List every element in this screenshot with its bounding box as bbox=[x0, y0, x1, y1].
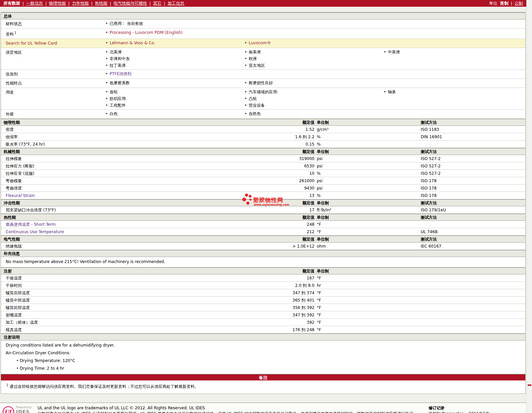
nav-tab-1[interactable]: 所有数据 bbox=[3, 1, 20, 6]
column-header-unit: 单位制 bbox=[314, 268, 418, 274]
property-unit: psi bbox=[314, 177, 418, 184]
property-unit: psi bbox=[314, 185, 418, 192]
bullet-icon: • bbox=[104, 80, 110, 86]
property-row: Flexural Strain13%ISO 178 bbox=[1, 192, 525, 199]
property-label: 螺筒中部温度 bbox=[1, 297, 266, 304]
property-unit: hr bbox=[314, 282, 418, 289]
group-value: 齿轮 bbox=[110, 90, 118, 94]
property-value: 176 到 248 bbox=[266, 326, 314, 333]
group-value: 白色 bbox=[110, 111, 118, 116]
text-row: Drying conditions listed are for a dehum… bbox=[1, 342, 525, 349]
unit-metric-link[interactable]: 公制 bbox=[515, 1, 523, 6]
property-row: 模具温度176 到 248°F bbox=[1, 326, 525, 333]
property-label[interactable]: Continuous Use Temperature bbox=[1, 228, 266, 235]
section-header: 电气性能额定值单位制测试方法 bbox=[1, 236, 525, 243]
property-test-method bbox=[418, 282, 525, 289]
datasheet-sections: 总体材料状态•已商用： 当前有效资料1•Processing - Luvocom… bbox=[1, 12, 525, 374]
group-label: 外观 bbox=[1, 110, 104, 118]
nav-tab-4[interactable]: 力学性能 bbox=[72, 1, 89, 6]
group-row: 用途•齿轮•纺织应用•工程配件•汽车领域的应用:•凸轮•营业设备•轴承 bbox=[1, 88, 525, 110]
property-label[interactable]: 最高使用温度 - Short Term bbox=[1, 221, 266, 228]
section-title: 补充信息 bbox=[1, 250, 525, 257]
separator: | bbox=[511, 1, 512, 6]
bullet-icon: • bbox=[104, 102, 110, 109]
property-value: 1.52 bbox=[266, 126, 314, 133]
nav-tab-2[interactable]: 一般信息 bbox=[26, 1, 43, 6]
nav-tab-8[interactable]: 加工信息 bbox=[168, 1, 184, 6]
property-unit: psi bbox=[314, 155, 418, 162]
property-value: 0.15 bbox=[266, 141, 314, 148]
property-test-method bbox=[418, 311, 525, 318]
property-label: 绝缘电阻 bbox=[1, 243, 266, 250]
column-header-method: 测试方法 bbox=[418, 119, 525, 125]
property-unit: °F bbox=[314, 319, 418, 326]
bullet-item: •亚太地区 bbox=[243, 62, 382, 69]
property-value: 6530 bbox=[266, 162, 314, 169]
text-block: No mass temperature above 215°C! Ventila… bbox=[1, 257, 525, 267]
group-column: •齿轮•纺织应用•工程配件 bbox=[104, 89, 243, 109]
group-value[interactable]: Processing - Luvocom POM (English) bbox=[110, 30, 183, 35]
group-value[interactable]: Luvocom® bbox=[249, 41, 271, 45]
units-label: 单位 bbox=[489, 1, 497, 6]
property-unit: °F bbox=[314, 289, 418, 296]
group-label: 资料1 bbox=[1, 29, 104, 38]
property-test-method: ISO 527-2 bbox=[418, 155, 525, 162]
group-value: 低摩擦系数 bbox=[110, 81, 130, 85]
group-value[interactable]: Lehmann & Voss & Co. bbox=[110, 41, 155, 45]
separator: | bbox=[110, 1, 111, 6]
property-value: 365 到 401 bbox=[266, 297, 314, 304]
group-label: 用途 bbox=[1, 89, 104, 109]
group-column: •Processing - Luvocom POM (English) bbox=[104, 29, 243, 38]
property-unit: °F bbox=[314, 221, 418, 228]
bullet-icon: • bbox=[104, 20, 110, 27]
section-title: 注射说明 bbox=[1, 334, 525, 340]
property-row: 螺筒前部温度356 到 392°F bbox=[1, 304, 525, 311]
section-title: 电气性能 bbox=[1, 236, 266, 242]
nav-tabs: 所有数据|一般信息|物理性能|力学性能|热性能|电气性能与可燃性|其它|加工信息 bbox=[3, 1, 184, 6]
nav-tab-6[interactable]: 电气性能与可燃性 bbox=[114, 1, 147, 6]
nav-tab-3[interactable]: 物理性能 bbox=[49, 1, 66, 6]
property-value: 13 bbox=[266, 192, 314, 199]
bullet-item: •白色 bbox=[104, 110, 243, 117]
scrollbar[interactable] bbox=[526, 0, 532, 413]
group-row: 资料1•Processing - Luvocom POM (English) bbox=[1, 29, 525, 39]
property-label: 简支梁缺口冲击强度 (73°F) bbox=[1, 206, 266, 213]
property-value: 10 bbox=[266, 170, 314, 177]
property-unit: g/cm³ bbox=[314, 126, 418, 133]
section-title: 热性能 bbox=[1, 214, 266, 220]
nav-tab-7[interactable]: 其它 bbox=[153, 1, 162, 6]
column-header-value: 额定值 bbox=[266, 214, 314, 220]
group-value[interactable]: PTFE润滑剂 bbox=[110, 71, 131, 76]
text-row: •Drying Temperature: 120°C bbox=[1, 357, 525, 365]
property-row: 拉伸模量319000psiISO 527-2 bbox=[1, 155, 525, 162]
text-line: No mass temperature above 215°C! Ventila… bbox=[6, 259, 165, 264]
group-row: Search for UL Yellow Card•Lehmann & Voss… bbox=[1, 39, 525, 48]
column-header-value: 额定值 bbox=[266, 119, 314, 125]
group-column: •轴承 bbox=[382, 89, 525, 109]
bullet-icon: • bbox=[243, 89, 249, 95]
revision-history: 修订记录 添加到 Prospector： 2011年1月 上次更新： 2011/… bbox=[428, 405, 523, 413]
bullet-icon: • bbox=[243, 80, 249, 86]
property-label: 干燥温度 bbox=[1, 274, 266, 281]
group-value: 自然色 bbox=[249, 111, 261, 116]
property-value: 392 bbox=[266, 319, 314, 326]
nav-tab-5[interactable]: 热性能 bbox=[95, 1, 108, 6]
group-value: 耐磨损性良好 bbox=[249, 81, 273, 85]
property-unit: % bbox=[314, 133, 418, 140]
property-unit: % bbox=[314, 192, 418, 199]
property-label: 密度 bbox=[1, 126, 266, 133]
text-block: Drying conditions listed are for a dehum… bbox=[1, 341, 525, 374]
property-label: 吸水率 (73°F, 24 hr) bbox=[1, 141, 266, 148]
property-row: 干燥温度167°F bbox=[1, 274, 525, 282]
property-label[interactable]: Flexural Strain bbox=[1, 192, 266, 199]
revision-added: 添加到 Prospector： 2011年1月 bbox=[428, 411, 523, 413]
property-test-method bbox=[418, 289, 525, 296]
separator: | bbox=[68, 1, 69, 6]
bullet-icon: • bbox=[243, 102, 249, 109]
bullet-item: •中美洲 bbox=[382, 49, 525, 55]
property-unit: °F bbox=[314, 311, 418, 318]
property-row: Continuous Use Temperature212°FUL 746B bbox=[1, 228, 525, 236]
bullet-item: •工程配件 bbox=[104, 102, 243, 109]
property-label: 收缩率 bbox=[1, 133, 266, 140]
column-header-unit: 单位制 bbox=[314, 214, 418, 220]
